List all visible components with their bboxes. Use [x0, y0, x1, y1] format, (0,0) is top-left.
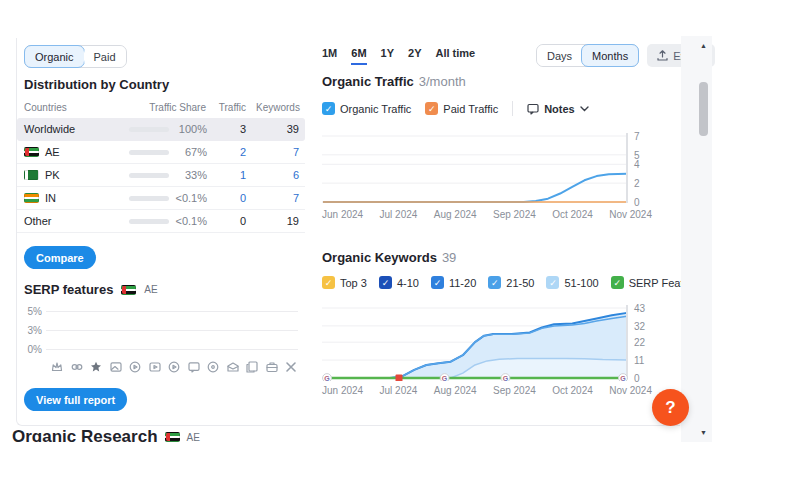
organic-paid-toggle: Organic Paid	[24, 45, 127, 68]
keywords-link[interactable]: 7	[257, 192, 299, 204]
traffic-share-value: 33%	[171, 169, 207, 181]
traffic-share-bar	[129, 150, 169, 155]
granularity-months[interactable]: Months	[581, 44, 639, 67]
organic-traffic-title: Organic Traffic3/month	[322, 74, 466, 89]
serp-tick-0: 0%	[20, 344, 42, 355]
col-traffic: Traffic	[212, 102, 246, 113]
svg-text:G: G	[503, 375, 509, 382]
legend-11-20[interactable]: ✓11-20	[431, 276, 476, 289]
organic-keywords-chart[interactable]: GGGG 011223243 Jun 2024Jul 2024Aug 2024S…	[322, 303, 662, 403]
table-row-other[interactable]: Other <0.1% 0 19	[17, 210, 305, 233]
tab-1y[interactable]: 1Y	[381, 47, 394, 65]
legend-paid-traffic[interactable]: ✓ Paid Traffic	[425, 102, 498, 115]
crown-icon[interactable]	[50, 360, 64, 374]
scroll-up-icon[interactable]: ▲	[700, 42, 707, 49]
link-icon[interactable]	[70, 360, 84, 374]
date-range-tabs: 1M 6M 1Y 2Y All time	[322, 47, 475, 65]
image-icon[interactable]	[109, 360, 123, 374]
toggle-paid[interactable]: Paid	[84, 46, 126, 67]
col-traffic-share: Traffic Share	[122, 102, 206, 113]
traffic-share-bar	[129, 219, 169, 224]
briefcase-icon[interactable]	[265, 360, 279, 374]
checkbox-checked-icon: ✓	[431, 276, 444, 289]
note-bubble-icon	[527, 103, 539, 115]
scrollbar-thumb[interactable]	[699, 82, 708, 136]
notes-dropdown[interactable]: Notes	[527, 103, 589, 115]
serp-tick-3: 3%	[20, 325, 42, 336]
checkbox-checked-icon: ✓	[425, 102, 438, 115]
page: Organic Paid Distribution by Country Cou…	[0, 0, 800, 442]
toggle-organic[interactable]: Organic	[24, 45, 85, 68]
country-section-title: Distribution by Country	[24, 77, 169, 92]
tab-1m[interactable]: 1M	[322, 47, 337, 65]
tab-6m[interactable]: 6M	[351, 47, 366, 65]
envelope-icon[interactable]	[226, 360, 240, 374]
legend-top3[interactable]: ✓Top 3	[322, 276, 367, 289]
country-name: Other	[24, 215, 52, 227]
table-row-pk[interactable]: PK 33% 1 6	[17, 164, 305, 187]
svg-text:G: G	[620, 375, 626, 382]
video-icon[interactable]	[148, 360, 162, 374]
organic-keywords-title: Organic Keywords39	[322, 250, 456, 265]
checkbox-checked-icon: ✓	[546, 276, 559, 289]
svg-text:G: G	[324, 375, 330, 382]
country-name: Worldwide	[24, 123, 75, 135]
checkbox-checked-icon: ✓	[322, 276, 335, 289]
traffic-share-value: 100%	[171, 123, 207, 135]
keywords-link[interactable]: 6	[257, 169, 299, 181]
serp-feature-icons	[50, 360, 298, 374]
keywords-x-axis: Jun 2024Jul 2024Aug 2024Sep 2024Oct 2024…	[322, 385, 652, 396]
serp-country-label: AE	[144, 284, 157, 295]
legend-51-100[interactable]: ✓51-100	[546, 276, 598, 289]
table-row-worldwide[interactable]: Worldwide 100% 3 39	[17, 118, 305, 141]
vertical-scrollbar[interactable]: ▲ ▼	[681, 36, 712, 442]
granularity-days[interactable]: Days	[537, 45, 582, 66]
traffic-link[interactable]: 1	[213, 169, 246, 181]
checkbox-checked-icon: ✓	[379, 276, 392, 289]
keywords-value: 39	[257, 123, 299, 135]
help-button[interactable]: ?	[652, 389, 689, 426]
table-row-ae[interactable]: AE 67% 2 7	[17, 141, 305, 164]
serp-gridline	[46, 311, 298, 312]
play-circle-icon[interactable]	[128, 360, 142, 374]
ae-flag-icon	[165, 432, 180, 442]
carousel-icon[interactable]	[167, 360, 181, 374]
ae-flag-icon	[121, 285, 136, 295]
keywords-link[interactable]: 7	[257, 146, 299, 158]
review-icon[interactable]	[187, 360, 201, 374]
twitter-x-icon[interactable]	[284, 360, 298, 374]
legend-21-50[interactable]: ✓21-50	[488, 276, 534, 289]
legend-organic-traffic[interactable]: ✓ Organic Traffic	[322, 102, 411, 115]
col-countries: Countries	[24, 102, 67, 113]
serp-gridline	[46, 349, 298, 350]
local-pin-icon[interactable]	[206, 360, 220, 374]
traffic-link[interactable]: 0	[213, 192, 246, 204]
traffic-share-bar	[129, 196, 169, 201]
in-flag-icon	[24, 193, 39, 203]
pk-flag-icon	[24, 170, 39, 180]
traffic-share-bar	[129, 173, 169, 178]
keywords-value: 19	[257, 215, 299, 227]
view-full-report-button[interactable]: View full report	[24, 388, 127, 411]
traffic-share-bar	[129, 127, 169, 132]
organic-research-title: Organic Research AE	[12, 427, 200, 442]
traffic-legend: ✓ Organic Traffic ✓ Paid Traffic Notes	[322, 101, 589, 116]
traffic-value: 3	[213, 123, 246, 135]
checkbox-checked-icon: ✓	[611, 276, 624, 289]
table-row-in[interactable]: IN <0.1% 0 7	[17, 187, 305, 210]
traffic-link[interactable]: 2	[213, 146, 246, 158]
ae-flag-icon	[24, 147, 39, 157]
compare-button[interactable]: Compare	[24, 246, 96, 269]
tab-all-time[interactable]: All time	[436, 47, 476, 65]
copy-icon[interactable]	[245, 360, 259, 374]
country-name: PK	[24, 169, 60, 181]
divider	[512, 101, 513, 116]
tab-2y[interactable]: 2Y	[408, 47, 421, 65]
scroll-down-icon[interactable]: ▼	[700, 429, 707, 436]
legend-4-10[interactable]: ✓4-10	[379, 276, 419, 289]
organic-traffic-chart[interactable]: 02457 Jun 2024Jul 2024Aug 2024Sep 2024Oc…	[322, 131, 662, 226]
traffic-share-value: 67%	[171, 146, 207, 158]
star-icon[interactable]	[89, 360, 103, 374]
traffic-value: 0	[213, 215, 246, 227]
svg-text:G: G	[442, 375, 448, 382]
